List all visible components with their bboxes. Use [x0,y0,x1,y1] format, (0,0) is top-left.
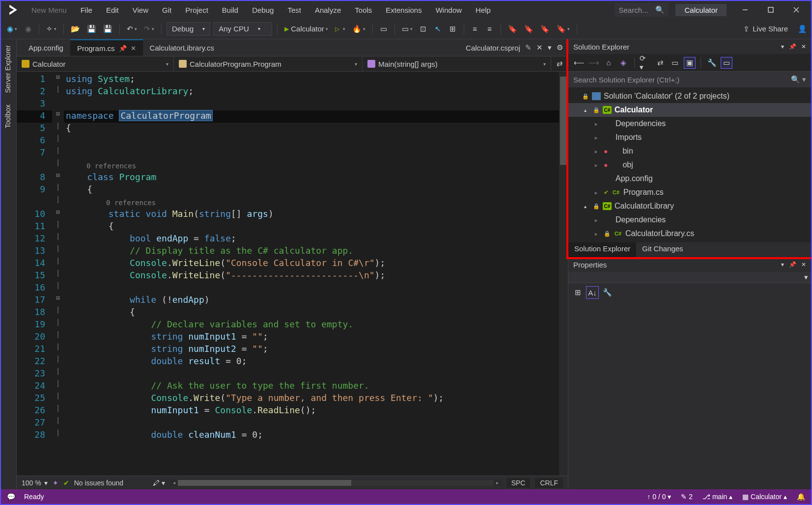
menu-git[interactable]: Git [156,3,177,17]
intellisense-icon[interactable]: ✦ [53,479,58,487]
whitespace-indicator[interactable]: SPC [506,478,531,488]
tree-node[interactable]: App.config [568,172,811,186]
zoom-level[interactable]: 100 % ▾ [22,479,48,487]
right-doc-edit-icon[interactable]: ✎ [525,43,532,52]
outdent-button[interactable]: ≡ [469,22,481,36]
platform-dropdown[interactable]: Any CPU [213,22,272,36]
redo-button[interactable]: ↷ [142,22,156,36]
panel-dropdown-icon[interactable]: ▾ [781,43,784,50]
se-sync-button[interactable]: ⇄ [654,57,666,69]
menu-new-menu[interactable]: New Menu [26,3,73,17]
nav-forward-button[interactable]: ◉ [22,22,34,36]
nav-member-dropdown[interactable]: Main(string[] args) [363,56,551,71]
open-file-button[interactable]: 📂 [69,22,82,36]
panel-dropdown-icon[interactable]: ▾ [781,261,784,268]
btn-c[interactable]: ⊞ [447,22,459,36]
server-explorer-tab[interactable]: Server Explorer [1,39,15,99]
line-ending-indicator[interactable]: CRLF [535,478,563,488]
solution-explorer-search[interactable]: Search Solution Explorer (Ctrl+;) 🔍 ▾ [568,72,811,87]
issues-label[interactable]: No issues found [74,479,123,487]
new-item-button[interactable]: ✧ [44,22,58,36]
pending-changes[interactable]: ✎ 2 [681,493,693,501]
split-editor-button[interactable]: ⇄ [551,56,568,71]
btn-b[interactable]: ↖ [432,22,444,36]
feedback-icon[interactable]: 💬 [7,493,15,501]
panel-pin-icon[interactable]: 📌 [789,261,796,268]
solution-tree[interactable]: 🔒Solution 'Calculator' (2 of 2 projects)… [568,87,811,242]
browser-link-button[interactable]: ▭ [378,22,390,36]
se-home-button[interactable]: ⌂ [603,57,615,69]
undo-button[interactable]: ↶ [125,22,139,36]
menu-analyze[interactable]: Analyze [309,3,347,17]
project-indicator[interactable]: ▦ Calculator ▴ [742,493,787,501]
right-doc-name[interactable]: Calculator.csproj [466,44,520,52]
tree-node[interactable]: ▹Dependencies [568,117,811,131]
menu-test[interactable]: Test [281,3,307,17]
app-select-button[interactable]: ▭ [400,22,415,36]
menu-help[interactable]: Help [470,3,497,17]
source-control-updown[interactable]: ↑ 0 / 0 ▾ [647,493,671,501]
toolbox-tab[interactable]: Toolbox [1,99,15,134]
tree-node[interactable]: ▴🔒C#Calculator [568,103,811,117]
menu-tools[interactable]: Tools [349,3,378,17]
minimize-button[interactable] [733,1,757,19]
nav-back-button[interactable]: ◉ [5,22,19,36]
alphabetical-button[interactable]: A↓ [586,286,599,299]
close-button[interactable] [784,1,808,19]
panel-close-icon[interactable]: ✕ [801,43,806,50]
panel-close-icon[interactable]: ✕ [801,261,806,268]
se-back-button[interactable]: ⟵ [573,57,585,69]
start-debug-button[interactable]: ▶Calculator [282,22,330,36]
categorized-button[interactable]: ⊞ [571,286,584,299]
menu-extensions[interactable]: Extensions [380,3,427,17]
startup-project-label[interactable]: Calculator [675,4,727,16]
search-box[interactable]: Search... 🔍 [615,3,669,17]
hot-reload-button[interactable]: 🔥 [350,22,367,36]
se-collapse-button[interactable]: ▭ [669,57,681,69]
nav-project-dropdown[interactable]: Calculator [17,56,174,71]
tabs-overflow-icon[interactable]: ▾ [548,43,552,52]
config-dropdown[interactable]: Debug [167,22,210,36]
maximize-button[interactable] [759,1,783,19]
tab-git-changes[interactable]: Git Changes [636,242,689,257]
se-show-all-button[interactable]: ▣ [684,57,696,69]
nav-class-dropdown[interactable]: CalculatorProgram.Program [174,56,363,71]
menu-view[interactable]: View [127,3,154,17]
panel-pin-icon[interactable]: 📌 [789,43,796,50]
horizontal-scrollbar[interactable]: ◂▸ [170,479,502,486]
tree-node[interactable]: ▹Imports [568,131,811,144]
se-switch-view-button[interactable]: ◈ [617,57,629,69]
prev-bookmark-button[interactable]: 🔖 [522,22,535,36]
notifications-icon[interactable]: 🔔 [797,493,805,501]
se-properties-button[interactable]: 🔧 [706,57,718,69]
menu-project[interactable]: Project [179,3,214,17]
se-refresh-button[interactable]: ⟳ ▾ [640,57,651,69]
tree-node[interactable]: ▹✔C#Program.cs [568,186,811,199]
se-preview-button[interactable]: ▭ [721,57,732,69]
doc-tab-app-config[interactable]: App.config [22,39,70,56]
vertical-scrollbar[interactable] [559,72,568,476]
bookmark-button[interactable]: 🔖 [506,22,519,36]
live-share-button[interactable]: ⇪ Live Share 👤 [743,25,807,33]
doc-tab-calculatorlibrary-cs[interactable]: CalculatorLibrary.cs [143,39,221,56]
tree-node[interactable]: ▴🔒C#CalculatorLibrary [568,199,811,213]
tabs-settings-icon[interactable]: ⚙ [557,43,563,52]
tree-node[interactable]: 🔒Solution 'Calculator' (2 of 2 projects) [568,89,811,103]
property-pages-button[interactable]: 🔧 [601,286,614,299]
tree-node[interactable]: ▹●obj [568,158,811,172]
menu-build[interactable]: Build [216,3,244,17]
tab-solution-explorer[interactable]: Solution Explorer [568,242,636,257]
properties-object-dropdown[interactable]: ▾ [568,272,811,283]
branch-indicator[interactable]: ⎇ main ▴ [702,493,732,501]
highlighter-icon[interactable]: 🖍 ▾ [153,479,165,487]
tree-node[interactable]: ▹🔒C#CalculatorLibrary.cs [568,227,811,240]
menu-file[interactable]: File [75,3,98,17]
tree-node[interactable]: ▹Dependencies [568,213,811,227]
next-bookmark-button[interactable]: 🔖 [538,22,552,36]
tree-node[interactable]: ▹●bin [568,144,811,158]
save-all-button[interactable]: 💾 [101,22,114,36]
menu-debug[interactable]: Debug [246,3,280,17]
doc-tab-program-cs[interactable]: Program.cs📌✕ [70,39,143,56]
menu-window[interactable]: Window [430,3,468,17]
indent-button[interactable]: ≡ [484,22,496,36]
